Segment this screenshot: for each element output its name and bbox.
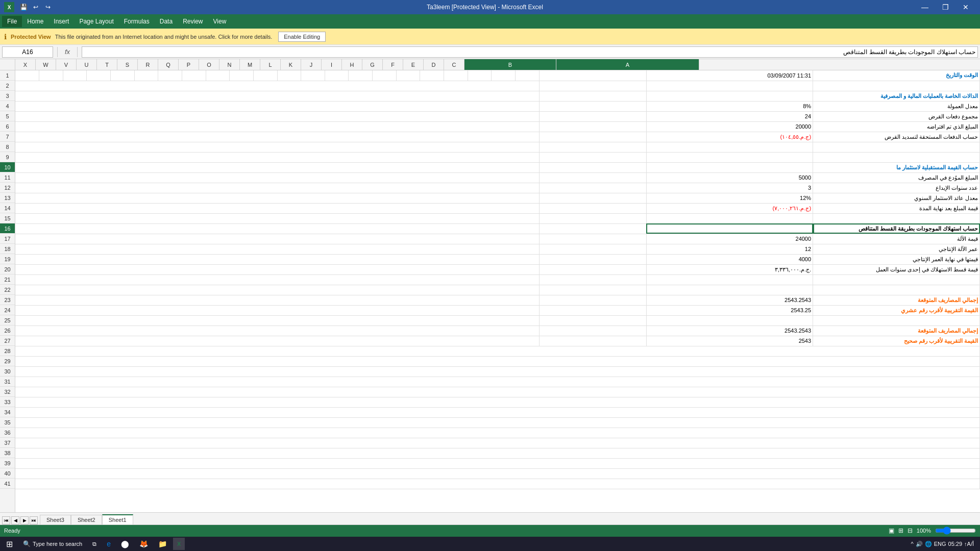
cell-B14[interactable]: (ج.م.٧,٠٠٠,٢٦١) [646, 203, 813, 213]
col-header-I[interactable]: I [322, 59, 342, 70]
cell-A6[interactable]: المبلغ الذي تم اقتراضه [813, 121, 980, 132]
cell-L1[interactable] [301, 70, 325, 81]
row-num-1[interactable]: 1 [0, 70, 15, 81]
col-header-W[interactable]: W [36, 59, 56, 70]
cell-B18[interactable]: 12 [646, 244, 813, 254]
cell-F1[interactable] [444, 70, 468, 81]
row-num-30[interactable]: 30 [0, 366, 15, 377]
row-num-18[interactable]: 18 [0, 244, 15, 254]
cell-T1[interactable] [111, 70, 135, 81]
page-layout-view-button[interactable]: ⊞ [898, 527, 903, 534]
cell-B13[interactable]: 12% [646, 193, 813, 203]
cell-A2[interactable] [813, 81, 980, 91]
page-break-view-button[interactable]: ⊟ [908, 527, 913, 534]
cell-K1[interactable] [325, 70, 349, 81]
row-num-35[interactable]: 35 [0, 417, 15, 428]
row-num-11[interactable]: 11 [0, 172, 15, 183]
row-num-38[interactable]: 38 [0, 448, 15, 458]
row-num-24[interactable]: 24 [0, 305, 15, 315]
row-num-36[interactable]: 36 [0, 428, 15, 438]
col-header-U[interactable]: U [77, 59, 97, 70]
row-num-13[interactable]: 13 [0, 193, 15, 203]
cell-S1[interactable] [134, 70, 158, 81]
cell-B23[interactable]: 2543.2543 [646, 295, 813, 305]
cell-X1[interactable] [15, 70, 39, 81]
cell-A27[interactable]: القيمة التقريبية لأقرب رقم صحيح [813, 336, 980, 346]
menu-page-layout[interactable]: Page Layout [74, 16, 118, 27]
edge-button[interactable]: e [103, 538, 115, 550]
cell-A14[interactable]: قيمة المبلغ بعد نهاية المدة [813, 203, 980, 213]
row-num-34[interactable]: 34 [0, 407, 15, 417]
cell-Q1[interactable] [182, 70, 206, 81]
row-num-21[interactable]: 21 [0, 274, 15, 285]
col-header-R[interactable]: R [138, 59, 158, 70]
cell-Bc1[interactable] [539, 70, 646, 81]
firefox-button[interactable]: 🦊 [135, 538, 152, 550]
col-header-V[interactable]: V [56, 59, 77, 70]
col-header-M[interactable]: M [240, 59, 260, 70]
chrome-button[interactable]: ⬤ [117, 538, 133, 550]
network-icon[interactable]: 🌐 [925, 541, 932, 547]
cell-J1[interactable] [349, 70, 373, 81]
col-header-C[interactable]: C [444, 59, 464, 70]
row-num-23[interactable]: 23 [0, 295, 15, 305]
col-header-B[interactable]: B [464, 59, 556, 70]
cell-B11[interactable]: 5000 [646, 172, 813, 183]
row-num-3[interactable]: 3 [0, 91, 15, 101]
cell-A17[interactable]: قيمة الآلة [813, 234, 980, 244]
save-button[interactable]: 💾 [18, 2, 29, 12]
col-header-G[interactable]: G [362, 59, 383, 70]
col-header-P[interactable]: P [179, 59, 199, 70]
minimize-button[interactable]: — [915, 0, 935, 14]
row-num-40[interactable]: 40 [0, 468, 15, 479]
sheet-tab-sheet2[interactable]: Sheet2 [71, 515, 102, 524]
cell-Bc2[interactable] [539, 81, 646, 91]
cell-A19[interactable]: قيمتها في نهاية العمر الإنتاجي [813, 254, 980, 264]
row-num-25[interactable]: 25 [0, 315, 15, 325]
cell-B4[interactable]: 8% [646, 101, 813, 111]
cell-B16[interactable] [646, 223, 813, 234]
col-header-F[interactable]: F [383, 59, 403, 70]
cell-B17[interactable]: 24000 [646, 234, 813, 244]
cell-A26[interactable]: إجمالي المصاريف المتوقعة [813, 325, 980, 336]
excel-taskbar-button[interactable]: X [173, 538, 185, 550]
cell-A16[interactable]: حساب استهلاك الموجودات بطريقة القسط المت… [813, 223, 980, 234]
row-num-20[interactable]: 20 [0, 264, 15, 274]
cell-B10[interactable] [646, 162, 813, 172]
tab-first-button[interactable]: ⏮ [2, 516, 10, 524]
row-num-14[interactable]: 14 [0, 203, 15, 213]
cell-N1[interactable] [253, 70, 277, 81]
cell-B2[interactable] [646, 81, 813, 91]
row-num-2[interactable]: 2 [0, 81, 15, 91]
sheet-tab-sheet3[interactable]: Sheet3 [40, 515, 71, 524]
cell-W1[interactable] [39, 70, 63, 81]
cell-A11[interactable]: المبلغ الموُدع في المصرف [813, 172, 980, 183]
cell-Bc3[interactable] [539, 91, 646, 101]
col-header-T[interactable]: T [97, 59, 117, 70]
cell-H1[interactable] [396, 70, 420, 81]
row-num-26[interactable]: 26 [0, 325, 15, 336]
cell-B12[interactable]: 3 [646, 183, 813, 193]
file-explorer-button[interactable]: 📁 [154, 538, 171, 550]
cell-A3[interactable]: الدالات الخاصة بالعمليات المالية و المصر… [813, 91, 980, 101]
col-header-N[interactable]: N [219, 59, 240, 70]
cell-G1[interactable] [420, 70, 444, 81]
row-num-39[interactable]: 39 [0, 458, 15, 468]
col-header-O[interactable]: O [199, 59, 219, 70]
row-num-8[interactable]: 8 [0, 142, 15, 152]
tab-next-button[interactable]: ▶ [20, 516, 29, 524]
start-button[interactable]: ⊞ [2, 538, 17, 550]
col-header-S[interactable]: S [117, 59, 138, 70]
cell-B19[interactable]: 4000 [646, 254, 813, 264]
row-num-31[interactable]: 31 [0, 377, 15, 387]
cell-A23[interactable]: إجمالي المصاريف المتوقعة [813, 295, 980, 305]
tab-prev-button[interactable]: ◀ [11, 516, 19, 524]
cell-O1[interactable] [230, 70, 254, 81]
cell-P1[interactable] [206, 70, 230, 81]
cell-A5[interactable]: مجموع دفعات القرض [813, 111, 980, 121]
menu-review[interactable]: Review [178, 16, 208, 27]
col-header-D[interactable]: D [424, 59, 444, 70]
cell-C1[interactable] [515, 70, 539, 81]
col-header-X[interactable]: X [15, 59, 36, 70]
cell-A18[interactable]: عمر الآلة الإنتاجي [813, 244, 980, 254]
